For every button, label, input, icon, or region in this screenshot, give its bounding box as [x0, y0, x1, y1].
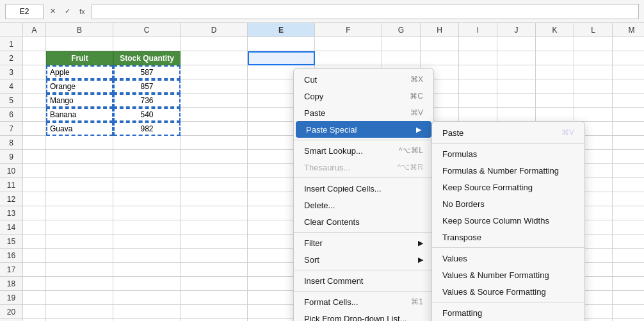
cell-C10[interactable] — [113, 164, 181, 178]
cell-I6[interactable] — [459, 108, 497, 122]
cell-D18[interactable] — [181, 277, 248, 291]
cell-D12[interactable] — [181, 192, 248, 206]
formula-bar[interactable] — [92, 4, 639, 19]
cell-K6[interactable] — [536, 108, 574, 122]
cell-A7[interactable] — [23, 122, 46, 136]
row-header-8[interactable]: 8 — [0, 136, 23, 150]
cell-D1[interactable] — [181, 37, 248, 51]
row-header-17[interactable]: 17 — [0, 263, 23, 277]
cell-M2[interactable] — [613, 51, 644, 65]
cell-A10[interactable] — [23, 164, 46, 178]
row-header-14[interactable]: 14 — [0, 220, 23, 235]
cell-F2[interactable] — [315, 51, 382, 65]
cell-B5[interactable]: Mango — [46, 94, 113, 108]
submenu-formulas[interactable]: Formulas — [432, 145, 584, 162]
cell-C19[interactable] — [113, 291, 181, 305]
cell-J4[interactable] — [497, 79, 536, 94]
copy-menu-item[interactable]: Copy ⌘C — [294, 88, 433, 104]
cell-D4[interactable] — [181, 79, 248, 94]
cell-D7[interactable] — [181, 122, 248, 136]
smart-lookup-menu-item[interactable]: Smart Lookup... ^⌥⌘L — [294, 142, 433, 159]
cut-menu-item[interactable]: Cut ⌘X — [294, 71, 433, 88]
submenu-transpose[interactable]: Transpose — [432, 229, 584, 245]
cell-G2[interactable] — [382, 51, 421, 65]
cell-B16[interactable] — [46, 249, 113, 263]
cell-I3[interactable] — [459, 65, 497, 79]
cell-M20[interactable] — [613, 305, 644, 319]
cell-C4[interactable]: 857 — [113, 79, 181, 94]
cell-A4[interactable] — [23, 79, 46, 94]
cell-D3[interactable] — [181, 65, 248, 79]
format-cells-menu-item[interactable]: Format Cells... ⌘1 — [294, 293, 433, 310]
cell-C20[interactable] — [113, 305, 181, 319]
cell-M10[interactable] — [613, 164, 644, 178]
delete-menu-item[interactable]: Delete... — [294, 197, 433, 213]
cell-D14[interactable] — [181, 220, 248, 235]
cell-K5[interactable] — [536, 94, 574, 108]
pick-dropdown-menu-item[interactable]: Pick From Drop-down List... — [294, 310, 433, 321]
submenu-paste[interactable]: Paste ⌘V — [432, 124, 584, 141]
cell-L5[interactable] — [574, 94, 613, 108]
cell-reference-box[interactable] — [5, 4, 44, 19]
cell-M11[interactable] — [613, 178, 644, 192]
cell-A20[interactable] — [23, 305, 46, 319]
cell-E2[interactable] — [248, 51, 315, 65]
row-header-9[interactable]: 9 — [0, 150, 23, 164]
submenu-keep-source[interactable]: Keep Source Formatting — [432, 179, 584, 195]
cell-A18[interactable] — [23, 277, 46, 291]
cell-D11[interactable] — [181, 178, 248, 192]
col-header-I[interactable]: I — [459, 23, 497, 37]
cell-C6[interactable]: 540 — [113, 108, 181, 122]
row-header-10[interactable]: 10 — [0, 164, 23, 178]
row-header-11[interactable]: 11 — [0, 178, 23, 192]
cell-A16[interactable] — [23, 249, 46, 263]
col-header-A[interactable]: A — [23, 23, 46, 37]
cell-C13[interactable] — [113, 206, 181, 220]
cell-M14[interactable] — [613, 220, 644, 235]
submenu-formatting[interactable]: Formatting — [432, 304, 584, 321]
cell-D9[interactable] — [181, 150, 248, 164]
cell-I4[interactable] — [459, 79, 497, 94]
cell-M17[interactable] — [613, 263, 644, 277]
cell-B15[interactable] — [46, 235, 113, 249]
cell-J1[interactable] — [497, 37, 536, 51]
cell-I1[interactable] — [459, 37, 497, 51]
row-header-2[interactable]: 2 — [0, 51, 23, 65]
cell-B2[interactable]: Fruit — [46, 51, 113, 65]
cell-D20[interactable] — [181, 305, 248, 319]
cell-B7[interactable]: Guava — [46, 122, 113, 136]
row-header-6[interactable]: 6 — [0, 108, 23, 122]
cell-C8[interactable] — [113, 136, 181, 150]
cell-M18[interactable] — [613, 277, 644, 291]
cell-A15[interactable] — [23, 235, 46, 249]
cell-C1[interactable] — [113, 37, 181, 51]
cell-D2[interactable] — [181, 51, 248, 65]
cell-D8[interactable] — [181, 136, 248, 150]
cell-D19[interactable] — [181, 291, 248, 305]
row-header-1[interactable]: 1 — [0, 37, 23, 51]
cell-H1[interactable] — [421, 37, 459, 51]
cell-C9[interactable] — [113, 150, 181, 164]
row-header-7[interactable]: 7 — [0, 122, 23, 136]
submenu-no-borders[interactable]: No Borders — [432, 195, 584, 212]
col-header-J[interactable]: J — [497, 23, 536, 37]
cell-B13[interactable] — [46, 206, 113, 220]
submenu-values-source[interactable]: Values & Source Formatting — [432, 283, 584, 300]
submenu-formulas-number[interactable]: Formulas & Number Formatting — [432, 162, 584, 179]
cell-C11[interactable] — [113, 178, 181, 192]
col-header-L[interactable]: L — [574, 23, 613, 37]
filter-menu-item[interactable]: Filter ▶ — [294, 235, 433, 251]
row-header-16[interactable]: 16 — [0, 249, 23, 263]
cell-B1[interactable] — [46, 37, 113, 51]
cell-A13[interactable] — [23, 206, 46, 220]
cell-M15[interactable] — [613, 235, 644, 249]
submenu-values[interactable]: Values — [432, 250, 584, 267]
cell-A1[interactable] — [23, 37, 46, 51]
cell-B10[interactable] — [46, 164, 113, 178]
cell-C2[interactable]: Stock Quantity — [113, 51, 181, 65]
row-header-20[interactable]: 20 — [0, 305, 23, 319]
cell-M19[interactable] — [613, 291, 644, 305]
cell-L2[interactable] — [574, 51, 613, 65]
cell-A14[interactable] — [23, 220, 46, 235]
cell-B4[interactable]: Orange — [46, 79, 113, 94]
